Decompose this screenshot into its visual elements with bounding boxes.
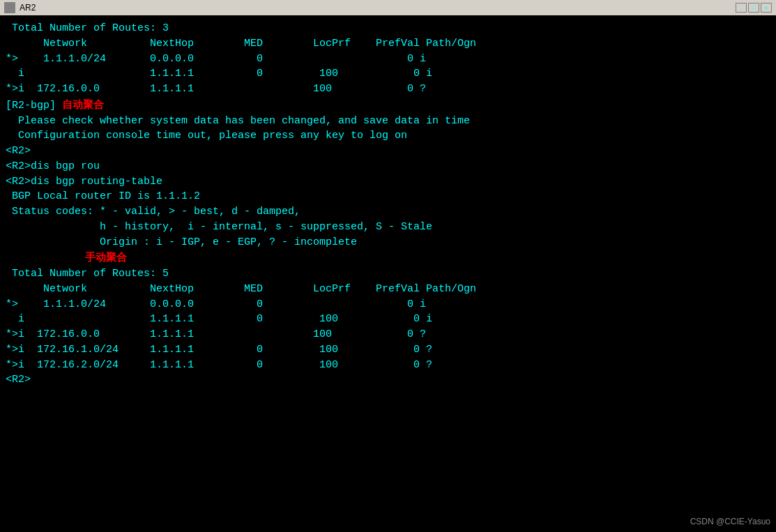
terminal-line: i 1.1.1.1 0 100 0 i bbox=[0, 66, 776, 82]
title-bar-buttons: _ □ ✕ bbox=[736, 3, 772, 13]
terminal-line: <R2> bbox=[0, 372, 776, 388]
terminal-line: h - history, i - internal, s - suppresse… bbox=[0, 220, 776, 235]
terminal-line: Status codes: * - valid, > - best, d - d… bbox=[0, 204, 776, 220]
watermark: CSDN @CCIE-Yasuo bbox=[690, 517, 770, 526]
terminal-line: <R2>dis bgp routing-table bbox=[0, 174, 776, 190]
minimize-button[interactable]: _ bbox=[736, 3, 747, 13]
terminal-line: *> 1.1.1.0/24 0.0.0.0 0 0 i bbox=[0, 52, 776, 67]
terminal-line: *>i 172.16.0.0 1.1.1.1 100 0 ? bbox=[0, 82, 776, 97]
close-button[interactable]: ✕ bbox=[761, 3, 772, 13]
terminal-line: Total Number of Routes: 3 bbox=[0, 21, 776, 36]
terminal-line: Total Number of Routes: 5 bbox=[0, 266, 776, 282]
terminal-line: <R2>dis bgp rou bbox=[0, 159, 776, 174]
title-bar: AR2 _ □ ✕ bbox=[0, 0, 776, 15]
terminal-line: Network NextHop MED LocPrf PrefVal Path/… bbox=[0, 282, 776, 297]
maximize-button[interactable]: □ bbox=[748, 3, 759, 13]
terminal-line: [R2-bgp] 自动聚合 bbox=[0, 97, 776, 114]
title-bar-icon bbox=[4, 2, 15, 13]
terminal-line: i 1.1.1.1 0 100 0 i bbox=[0, 312, 776, 327]
terminal-line: BGP Local router ID is 1.1.1.2 bbox=[0, 189, 776, 204]
terminal-line: *>i 172.16.1.0/24 1.1.1.1 0 100 0 ? bbox=[0, 342, 776, 358]
terminal-line: Network NextHop MED LocPrf PrefVal Path/… bbox=[0, 36, 776, 52]
terminal-line: Configuration console time out, please p… bbox=[0, 128, 776, 144]
terminal-line: Please check whether system data has bee… bbox=[0, 114, 776, 129]
terminal-line: 手动聚合 bbox=[0, 250, 776, 266]
terminal-line: Origin : i - IGP, e - EGP, ? - incomplet… bbox=[0, 235, 776, 250]
terminal-line: <R2> bbox=[0, 144, 776, 159]
terminal-line: *> 1.1.1.0/24 0.0.0.0 0 0 i bbox=[0, 297, 776, 312]
terminal-line: *>i 172.16.2.0/24 1.1.1.1 0 100 0 ? bbox=[0, 358, 776, 373]
title-bar-text: AR2 bbox=[20, 3, 731, 13]
terminal-line: *>i 172.16.0.0 1.1.1.1 100 0 ? bbox=[0, 327, 776, 342]
terminal[interactable]: Total Number of Routes: 3 Network NextHo… bbox=[0, 15, 776, 532]
